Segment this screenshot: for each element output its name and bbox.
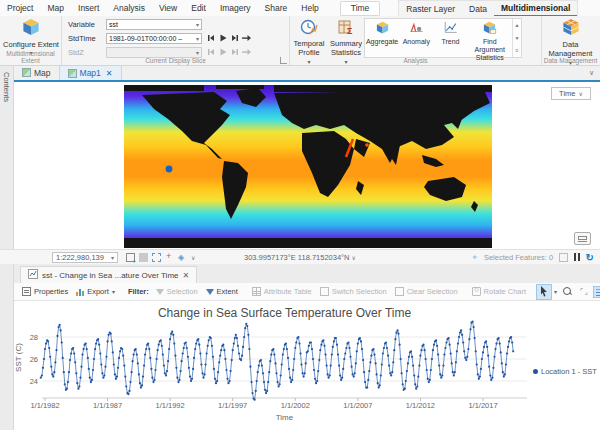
legend-label: Location 1 - SST: [541, 367, 597, 376]
menu-share[interactable]: Share: [258, 0, 295, 16]
pause-drawing-button[interactable]: [574, 253, 580, 261]
add-data-icon[interactable]: [126, 253, 135, 262]
step-forward-button[interactable]: [242, 34, 251, 43]
contents-pane-label: Contents: [2, 72, 11, 102]
properties-button[interactable]: Properties: [18, 284, 72, 300]
close-icon[interactable]: ✕: [183, 271, 190, 280]
filter-label: Filter:: [125, 287, 152, 296]
group-current-display-slice: Variable sst ▾ StdTime 1981-09-01T00:00:…: [62, 16, 290, 65]
play-button[interactable]: [218, 34, 227, 43]
trend-button[interactable]: Trend: [433, 19, 467, 57]
menu-analysis[interactable]: Analysis: [106, 0, 152, 16]
skip-to-end-button[interactable]: [230, 34, 239, 43]
menu-edit[interactable]: Edit: [184, 0, 213, 16]
export-button[interactable]: Export ▾: [72, 284, 119, 300]
chart-plot-area[interactable]: Change in Sea Surface Temperature Over T…: [14, 301, 600, 430]
gallery-scroll-down[interactable]: ▼: [513, 32, 521, 45]
z-playback-controls: [206, 48, 251, 57]
map-thumbnail-icon: [22, 68, 31, 77]
y-tick-label: 28: [20, 333, 38, 342]
chart-panel-tab[interactable]: sst - Change in Sea ...ature Over Time ✕: [20, 266, 197, 283]
magnifier-icon: [563, 287, 572, 296]
menubar: Project Map Insert Analysis View Edit Im…: [0, 0, 600, 16]
group-label: Current Display Slice: [62, 57, 289, 64]
map-status-bar: 1:222,980,139 ▾ ∨ 303.9957173°E 118.7152…: [0, 249, 600, 264]
menu-project[interactable]: Project: [0, 0, 40, 16]
navigator-icon[interactable]: [178, 253, 187, 262]
menu-help[interactable]: Help: [294, 0, 325, 16]
menu-insert[interactable]: Insert: [71, 0, 106, 16]
chart-panel-tab-bar: sst - Change in Sea ...ature Over Time ✕: [14, 264, 600, 283]
rubik-cube-icon: [561, 18, 581, 39]
zoom-in-tool-button[interactable]: [559, 284, 576, 300]
aggregate-button[interactable]: Aggregate: [365, 19, 399, 57]
chevron-down-icon: ∨: [352, 255, 356, 261]
skip-to-start-button-disabled: [206, 48, 215, 57]
clear-selection-label: Clear Selection: [407, 287, 458, 296]
contextual-tab-group: Raster Layer Data Multidimensional: [398, 0, 578, 16]
map-thumbnail-icon: [68, 69, 77, 78]
tab-raster-layer[interactable]: Raster Layer: [399, 1, 462, 17]
filter-extent-button[interactable]: Extent: [202, 284, 242, 300]
menu-map[interactable]: Map: [40, 0, 71, 16]
map-view[interactable]: Time ∨: [14, 84, 600, 249]
close-icon[interactable]: ✕: [106, 69, 113, 78]
contents-pane-tab[interactable]: Contents: [0, 66, 14, 430]
map1-tab-label: Map1: [80, 68, 101, 78]
chart-list-button[interactable]: [593, 286, 600, 298]
x-tick-label: 1/1/2002: [272, 401, 318, 410]
coordinates-value[interactable]: 303.9957173°E 118.7152034°N: [244, 253, 350, 262]
selection-options-icon[interactable]: [559, 253, 568, 262]
skip-to-start-button[interactable]: [206, 34, 215, 43]
y-tick-label: 26: [20, 355, 38, 364]
tab-map-view[interactable]: Map: [14, 65, 59, 80]
tab-multidimensional[interactable]: Multidimensional: [494, 1, 577, 17]
menu-view[interactable]: View: [152, 0, 184, 16]
basemap-icon[interactable]: [139, 253, 148, 262]
chevron-down-icon[interactable]: ∨: [589, 66, 594, 80]
variable-value: sst: [109, 21, 118, 28]
snapping-icon[interactable]: [165, 253, 174, 262]
tab-map1-view[interactable]: Map1 ✕: [59, 65, 122, 80]
clear-selection-button: Clear Selection: [391, 284, 462, 300]
cube-table-icon: [482, 21, 497, 37]
chart-icon: [28, 269, 38, 281]
variable-combo[interactable]: sst ▾: [106, 19, 202, 30]
cube-icon: [21, 18, 41, 39]
gallery-expand[interactable]: ≡: [513, 44, 521, 57]
switch-selection-label: Switch Selection: [332, 287, 387, 296]
filter-extent-label: Extent: [217, 287, 238, 296]
legend: Location 1 - SST: [533, 367, 597, 376]
full-extent-button[interactable]: ⌜⌟: [576, 284, 593, 300]
location-marker[interactable]: [166, 166, 173, 173]
gallery-scroll-up[interactable]: ▲: [513, 19, 521, 32]
variable-label: Variable: [68, 20, 106, 29]
tab-data[interactable]: Data: [462, 1, 494, 17]
refresh-icon[interactable]: ↻: [586, 252, 594, 263]
anomaly-button[interactable]: Anomaly: [399, 19, 433, 57]
menu-imagery[interactable]: Imagery: [213, 0, 258, 16]
chevron-down-icon: ▾: [196, 49, 199, 56]
x-tick-label: 1/1/1997: [210, 401, 256, 410]
time-slider-button[interactable]: Time ∨: [551, 87, 591, 100]
scale-combo[interactable]: 1:222,980,139 ▾: [52, 252, 118, 263]
x-tick-label: 1/1/2007: [335, 401, 381, 410]
select-tool-icon[interactable]: [152, 253, 161, 262]
dialog-launcher-icon[interactable]: [280, 57, 287, 64]
data-management-label: Data Management: [542, 40, 599, 59]
x-tick-label: 1/1/1982: [22, 401, 68, 410]
group-data-management: Data Management ▾ Data Management: [542, 16, 599, 65]
stdz-combo[interactable]: ▾: [106, 47, 202, 58]
pointer-tool-button[interactable]: [536, 284, 552, 300]
aggregate-label: Aggregate: [366, 38, 398, 46]
stdtime-value: 1981-09-01T00:00:00 –: [109, 35, 182, 42]
x-tick-label: 1/1/1987: [85, 401, 131, 410]
chevron-down-icon[interactable]: ▾: [552, 288, 559, 295]
full-extent-icon: ⌜⌟: [580, 288, 589, 296]
find-argument-statistics-button[interactable]: Find Argument Statistics: [468, 19, 512, 57]
step-forward-button[interactable]: [242, 48, 251, 57]
stdtime-combo[interactable]: 1981-09-01T00:00:00 – ▾: [106, 33, 202, 44]
chevron-down-icon[interactable]: ∨: [191, 254, 195, 261]
map-overview-icon[interactable]: [574, 232, 591, 245]
tab-time[interactable]: Time: [340, 1, 381, 16]
